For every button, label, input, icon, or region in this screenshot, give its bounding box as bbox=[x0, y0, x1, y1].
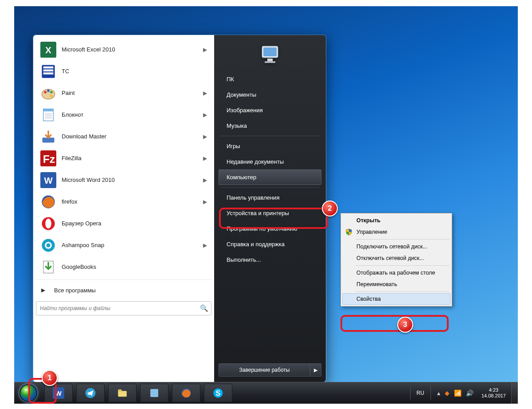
program-tc[interactable]: TC bbox=[36, 60, 211, 82]
svg-point-23 bbox=[45, 218, 51, 228]
ctx-properties[interactable]: Свойства bbox=[342, 293, 450, 305]
submenu-arrow-icon: ▶ bbox=[203, 112, 207, 118]
desktop: X Microsoft Excel 2010 ▶ TC Paint ▶ Блок… bbox=[14, 6, 518, 404]
submenu-arrow-icon: ▶ bbox=[203, 47, 207, 53]
svg-point-7 bbox=[44, 90, 47, 93]
system-tray: RU ▴ ◆ 📶 🔊 4:23 14.08.2017 bbox=[407, 382, 518, 404]
program-excel[interactable]: X Microsoft Excel 2010 ▶ bbox=[36, 39, 211, 60]
places-help[interactable]: Справка и поддержка bbox=[219, 236, 321, 252]
program-download-master[interactable]: Download Master ▶ bbox=[36, 126, 211, 147]
svg-rect-5 bbox=[43, 72, 54, 75]
divider bbox=[220, 187, 320, 188]
program-label: Microsoft Word 2010 bbox=[62, 177, 203, 183]
places-pc[interactable]: ПК bbox=[219, 71, 321, 87]
annotation-number-3: 3 bbox=[397, 317, 413, 333]
show-desktop-button[interactable] bbox=[511, 382, 518, 404]
svg-rect-36 bbox=[118, 389, 121, 392]
svg-point-10 bbox=[50, 94, 53, 97]
tray-icons: ▴ ◆ 📶 🔊 bbox=[434, 389, 476, 397]
svg-rect-12 bbox=[43, 109, 54, 111]
divider bbox=[410, 386, 411, 400]
clock-time: 4:23 bbox=[481, 387, 506, 393]
svg-rect-35 bbox=[118, 391, 127, 397]
firefox-icon bbox=[40, 194, 56, 210]
places-games[interactable]: Игры bbox=[219, 138, 321, 154]
program-googlebooks[interactable]: GoogleBooks bbox=[36, 256, 211, 278]
search-box[interactable]: 🔍 bbox=[36, 301, 211, 315]
search-icon: 🔍 bbox=[200, 304, 208, 312]
program-paint[interactable]: Paint ▶ bbox=[36, 82, 211, 104]
clock[interactable]: 4:23 14.08.2017 bbox=[476, 387, 511, 399]
ctx-map-drive[interactable]: Подключить сетевой диск... bbox=[342, 241, 450, 252]
user-picture bbox=[214, 39, 326, 71]
taskbar-telegram[interactable] bbox=[76, 384, 105, 402]
svg-rect-37 bbox=[150, 389, 158, 397]
ctx-manage[interactable]: Управление bbox=[342, 226, 450, 238]
places-control-panel[interactable]: Панель управления bbox=[219, 190, 321, 205]
word-icon: W bbox=[40, 172, 56, 188]
places-music[interactable]: Музыка bbox=[219, 118, 321, 134]
clock-date: 14.08.2017 bbox=[481, 393, 506, 399]
download-master-icon bbox=[40, 129, 56, 145]
googlebooks-icon bbox=[40, 259, 56, 275]
paint-icon bbox=[40, 85, 56, 101]
divider bbox=[356, 265, 450, 266]
program-label: Microsoft Excel 2010 bbox=[62, 46, 203, 53]
taskbar-explorer[interactable] bbox=[108, 384, 137, 402]
program-notepad[interactable]: Блокнот ▶ bbox=[36, 104, 211, 126]
windows-orb-icon bbox=[20, 384, 37, 402]
program-filezilla[interactable]: Fz FileZilla ▶ bbox=[36, 147, 211, 169]
tray-app-icon[interactable]: ◆ bbox=[445, 389, 450, 397]
notepad-icon bbox=[40, 107, 56, 123]
annotation-box-3 bbox=[340, 315, 449, 332]
shutdown-button[interactable]: Завершение работы bbox=[219, 363, 310, 377]
taskbar-firefox[interactable] bbox=[172, 384, 200, 402]
taskbar-word[interactable]: W bbox=[44, 384, 73, 402]
submenu-arrow-icon: ▶ bbox=[203, 242, 207, 248]
program-firefox[interactable]: firefox ▶ bbox=[36, 191, 211, 212]
divider bbox=[430, 386, 431, 400]
volume-icon[interactable]: 🔊 bbox=[466, 389, 473, 397]
filezilla-icon: Fz bbox=[40, 150, 56, 166]
places-run[interactable]: Выполнить... bbox=[219, 252, 321, 267]
places-default-programs[interactable]: Программы по умолчанию bbox=[219, 221, 321, 236]
shield-icon bbox=[345, 228, 353, 236]
ctx-open[interactable]: Открыть bbox=[342, 215, 450, 226]
program-opera[interactable]: Браузер Opera bbox=[36, 212, 211, 234]
submenu-arrow-icon: ▶ bbox=[203, 155, 207, 161]
svg-point-8 bbox=[47, 89, 50, 92]
svg-text:W: W bbox=[44, 175, 53, 185]
network-icon[interactable]: 📶 bbox=[454, 389, 462, 397]
program-ashampoo-snap[interactable]: Ashampoo Snap ▶ bbox=[36, 234, 211, 256]
svg-text:X: X bbox=[45, 45, 51, 55]
places-documents[interactable]: Документы bbox=[219, 87, 321, 102]
ctx-rename[interactable]: Переименовать bbox=[342, 279, 450, 290]
all-programs-arrow-icon: ▶ bbox=[41, 287, 45, 293]
svg-rect-30 bbox=[267, 59, 273, 61]
places-recent[interactable]: Недавние документы bbox=[219, 154, 321, 169]
places-pictures[interactable]: Изображения bbox=[219, 102, 321, 118]
opera-icon bbox=[40, 216, 56, 232]
ctx-show-on-desktop[interactable]: Отображать на рабочем столе bbox=[342, 267, 450, 279]
search-input[interactable] bbox=[39, 305, 200, 312]
program-label: Браузер Opera bbox=[62, 220, 207, 227]
taskbar-skype[interactable]: S bbox=[204, 384, 232, 402]
start-menu-places-pane: ПК Документы Изображения Музыка Игры Нед… bbox=[214, 35, 326, 382]
divider bbox=[356, 239, 450, 240]
program-label: Paint bbox=[62, 90, 203, 96]
taskbar-app[interactable] bbox=[140, 384, 168, 402]
language-indicator[interactable]: RU bbox=[414, 390, 427, 396]
shutdown-options-arrow[interactable]: ▶ bbox=[310, 363, 321, 377]
ctx-unmap-drive[interactable]: Отключить сетевой диск... bbox=[342, 252, 450, 264]
all-programs[interactable]: ▶ Все программы bbox=[36, 282, 211, 299]
context-menu-computer: Открыть Управление Подключить сетевой ди… bbox=[340, 213, 452, 307]
submenu-arrow-icon: ▶ bbox=[203, 177, 207, 183]
start-button[interactable] bbox=[17, 383, 40, 403]
program-word[interactable]: W Microsoft Word 2010 ▶ bbox=[36, 169, 211, 191]
tray-up-icon[interactable]: ▴ bbox=[437, 389, 440, 397]
program-label: TC bbox=[62, 68, 207, 75]
places-computer[interactable]: Компьютер bbox=[219, 169, 321, 185]
places-devices[interactable]: Устройства и принтеры bbox=[219, 205, 321, 221]
program-label: FileZilla bbox=[62, 155, 203, 161]
program-label: Блокнот bbox=[62, 111, 203, 118]
